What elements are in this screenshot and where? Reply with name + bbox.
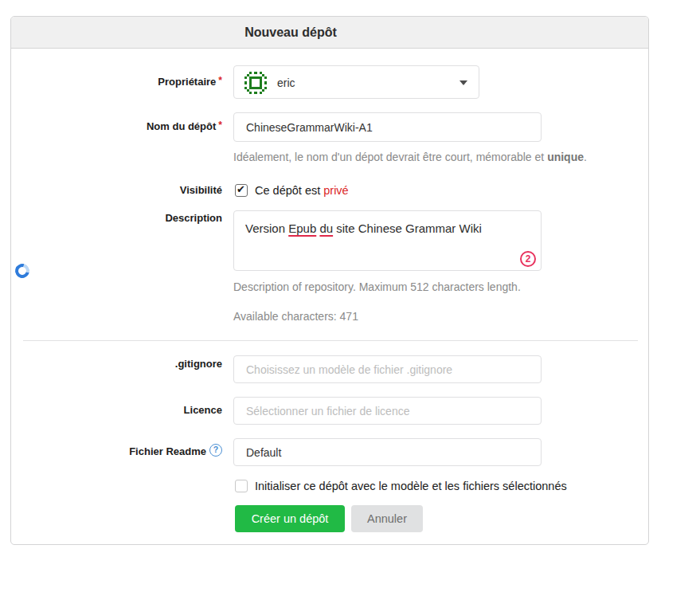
description-label: Description xyxy=(11,212,222,225)
available-characters-counter: Available characters: 471 xyxy=(233,310,358,323)
visibility-checkbox-label[interactable]: Ce dépôt est privé xyxy=(255,184,349,198)
new-repository-page: Nouveau dépôt Propriétaire* eric xyxy=(0,0,700,592)
spellcheck-underline: du xyxy=(319,222,333,235)
check-icon: ✔ xyxy=(237,183,245,195)
init-repo-checkbox[interactable] xyxy=(235,480,248,492)
gitignore-input[interactable] xyxy=(233,355,542,383)
panel-header: Nouveau dépôt xyxy=(11,17,648,49)
repo-name-help: Idéalement, le nom d'un dépot devrait êt… xyxy=(233,151,587,164)
owner-dropdown[interactable]: eric xyxy=(233,65,479,99)
spellcheck-underline: Epub xyxy=(288,222,316,235)
page-title: Nouveau dépôt xyxy=(11,17,570,49)
repo-name-label: Nom du dépôt* xyxy=(11,120,222,133)
create-repo-button[interactable]: Créer un dépôt xyxy=(235,505,345,532)
license-input[interactable] xyxy=(233,397,542,425)
readme-label: Fichier Readme xyxy=(11,445,206,458)
question-icon[interactable]: ? xyxy=(209,444,222,457)
identicon-avatar xyxy=(244,72,267,94)
repo-name-input[interactable] xyxy=(233,112,542,142)
readme-input[interactable] xyxy=(233,438,542,466)
required-asterisk: * xyxy=(218,75,222,86)
description-textarea[interactable]: Version Epub du site Chinese Grammar Wik… xyxy=(233,210,542,271)
init-repo-checkbox-label[interactable]: Initialiser ce dépôt avec le modèle et l… xyxy=(255,480,567,493)
annotation-badge-2: 2 xyxy=(520,251,536,267)
required-asterisk: * xyxy=(218,120,222,131)
new-repo-panel: Nouveau dépôt Propriétaire* eric xyxy=(10,16,649,545)
description-help: Description of repository. Maximum 512 c… xyxy=(233,280,521,294)
visibility-label: Visibilité xyxy=(11,184,222,197)
owner-selected-value: eric xyxy=(277,66,295,100)
gitignore-label: .gitignore xyxy=(11,358,222,370)
cancel-button[interactable]: Annuler xyxy=(351,505,423,532)
owner-label: Propriétaire* xyxy=(11,76,222,88)
section-divider xyxy=(23,340,638,341)
license-label: Licence xyxy=(11,404,222,417)
visibility-checkbox[interactable]: ✔ xyxy=(235,184,248,197)
chevron-down-icon xyxy=(459,80,467,85)
private-highlight: privé xyxy=(323,184,348,197)
